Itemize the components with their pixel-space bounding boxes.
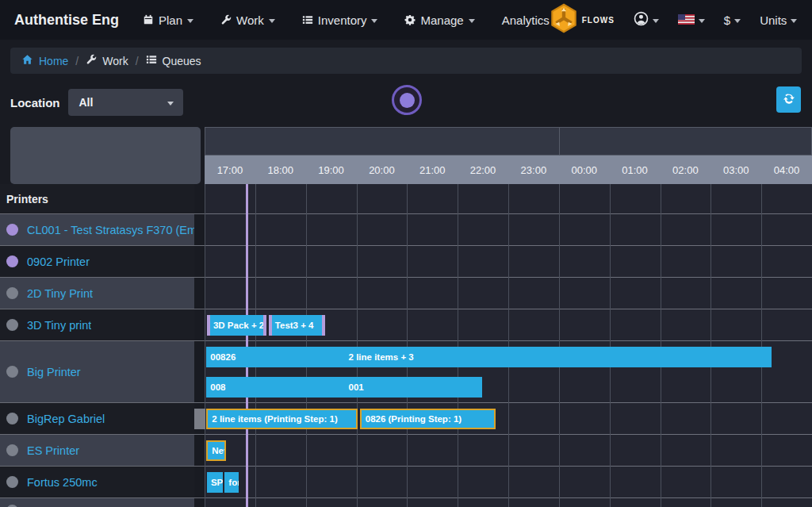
location-select[interactable]: All: [68, 89, 183, 116]
gantt-body: PrintersCL001 - Test Stratasys F370 (Emu…: [0, 184, 812, 507]
hour-label: 23:00: [508, 156, 559, 184]
job-bar[interactable]: for: [224, 472, 238, 493]
gantt-row: Printers: [0, 184, 812, 214]
breadcrumb: Home/Work/Queues: [10, 48, 802, 74]
job-bar-label: for: [228, 478, 238, 487]
printer-cell: 2D Tiny Print: [0, 278, 194, 309]
list-icon: [146, 54, 157, 67]
home-icon: [21, 54, 33, 67]
hour-label: 17:00: [205, 156, 255, 184]
job-bar[interactable]: 0826 (Printing Step: 1): [360, 409, 496, 429]
gantt-lane-stack: [194, 498, 812, 507]
flows-logo-icon: [550, 3, 578, 36]
breadcrumb-item-home[interactable]: Home: [21, 54, 68, 67]
top-navbar: Authentise Eng PlanWorkInventoryManageAn…: [0, 0, 812, 40]
refresh-icon: [783, 92, 795, 107]
gantt-lane: 2 line items (Printing Step: 1)0826 (Pri…: [194, 403, 812, 434]
job-bar-label: SP: [211, 478, 223, 487]
nav-menu-label: Inventory: [318, 13, 367, 27]
chevron-down-icon: [699, 19, 705, 23]
job-bar[interactable]: 008: [206, 377, 344, 398]
printer-cell: CL001 - Test Stratasys F370 (Emul: [0, 214, 194, 245]
job-bar-label: Test3 + 4: [275, 321, 314, 330]
printer-cell: Fortus 250mc: [0, 467, 194, 497]
job-bar[interactable]: 3D Pack + 2: [207, 315, 266, 336]
gantt-lane-stack: Nev: [194, 435, 812, 466]
printer-name-link[interactable]: CL001 - Test Stratasys F370 (Emul: [27, 224, 194, 236]
flag-us-icon: [678, 13, 695, 27]
printer-cell: BigRep Gabriel: [0, 403, 194, 434]
breadcrumb-label: Queues: [163, 55, 201, 67]
hour-label: 22:00: [458, 156, 508, 184]
language-menu[interactable]: [678, 13, 705, 27]
chevron-down-icon: [187, 19, 193, 23]
nav-menu-label: Analytics: [502, 13, 550, 27]
gantt-lane: 008262 line items + 3: [194, 341, 812, 372]
gantt-lane-stack: 3D Pack + 2Test3 + 4: [194, 309, 812, 340]
currency-label: $: [724, 13, 730, 27]
refresh-button[interactable]: [776, 86, 801, 113]
units-label: Units: [760, 13, 787, 27]
nav-menu-manage[interactable]: Manage: [404, 13, 474, 27]
flows-logo[interactable]: FLOWS: [550, 3, 615, 36]
list-icon: [302, 14, 313, 25]
chevron-down-icon: [167, 102, 174, 106]
user-menu[interactable]: [634, 11, 659, 29]
job-bar-label: 0826 (Printing Step: 1): [366, 414, 462, 424]
gantt-lane: [194, 214, 812, 245]
printer-status-dot-icon: [6, 413, 18, 424]
gantt-lane: SPfor: [194, 467, 812, 497]
hour-label: 20:00: [356, 156, 407, 184]
printer-name-link[interactable]: 2D Tiny Print: [27, 287, 93, 300]
currency-menu[interactable]: $: [724, 13, 741, 27]
job-bar[interactable]: 2 line items + 3: [345, 347, 772, 367]
location-label: Location: [10, 96, 60, 109]
job-bar-fragment[interactable]: [194, 409, 205, 429]
printer-row: Fortus 250mcSPfor: [0, 467, 812, 498]
nav-menu-inventory[interactable]: Inventory: [302, 13, 378, 27]
printer-status-dot-icon: [6, 287, 18, 299]
nav-menu-work[interactable]: Work: [220, 13, 275, 27]
nav-menu-label: Manage: [420, 13, 463, 27]
job-bar[interactable]: 00826: [206, 347, 344, 367]
job-bar[interactable]: 2 line items (Printing Step: 1): [206, 409, 357, 429]
job-bar-label: 2 line items + 3: [349, 352, 414, 362]
printer-row: 3D Tiny print3D Pack + 2Test3 + 4: [0, 309, 812, 341]
printer-name-link[interactable]: ES Printer: [27, 444, 79, 457]
job-bar[interactable]: SP: [207, 472, 223, 493]
printer-status-dot-icon: [6, 444, 18, 456]
printer-status-dot-icon: [6, 255, 18, 267]
job-bar[interactable]: Nev: [206, 440, 225, 461]
chevron-down-icon: [371, 19, 377, 23]
printer-name-link[interactable]: 3D Tiny print: [27, 319, 91, 332]
nav-menus: PlanWorkInventoryManageAnalytics: [143, 13, 550, 27]
gantt-lane: [194, 278, 812, 309]
job-bar[interactable]: Test3 + 4: [269, 315, 325, 336]
printer-row: 2D Tiny Print: [0, 278, 812, 309]
hour-label: 19:00: [306, 156, 357, 184]
user-icon: [634, 11, 649, 29]
gantt-corner: [10, 127, 201, 184]
breadcrumb-item-queues[interactable]: Queues: [146, 54, 201, 67]
breadcrumb-item-work[interactable]: Work: [86, 54, 128, 67]
printer-row: Big Printer008262 line items + 3008001: [0, 341, 812, 403]
printer-name-link[interactable]: Big Printer: [27, 366, 81, 378]
filter-toolbar: Location All: [10, 88, 802, 117]
gantt-lane: 3D Pack + 2Test3 + 4: [194, 309, 812, 340]
printer-row: BigRep Gabriel2 line items (Printing Ste…: [0, 403, 812, 435]
gantt-lane-stack: [194, 278, 812, 309]
printer-cell: 3D Tiny print: [0, 309, 194, 340]
gantt-lane-stack: 008262 line items + 3008001: [194, 341, 812, 402]
printer-cell: Big Printer: [0, 341, 194, 402]
printer-name-link[interactable]: BigRep Gabriel: [27, 413, 105, 425]
job-bar-label: Nev: [212, 446, 225, 455]
nav-menu-analytics[interactable]: Analytics: [502, 13, 550, 27]
chevron-down-icon: [791, 19, 797, 23]
printer-name-link[interactable]: Fortus 250mc: [27, 476, 98, 489]
printer-row: 0902 Printer: [0, 246, 812, 278]
gantt-lane-stack: [194, 214, 812, 245]
units-menu[interactable]: Units: [760, 13, 797, 27]
nav-menu-plan[interactable]: Plan: [143, 13, 193, 27]
printer-name-link[interactable]: 0902 Printer: [27, 255, 90, 268]
job-bar[interactable]: 001: [345, 377, 482, 398]
